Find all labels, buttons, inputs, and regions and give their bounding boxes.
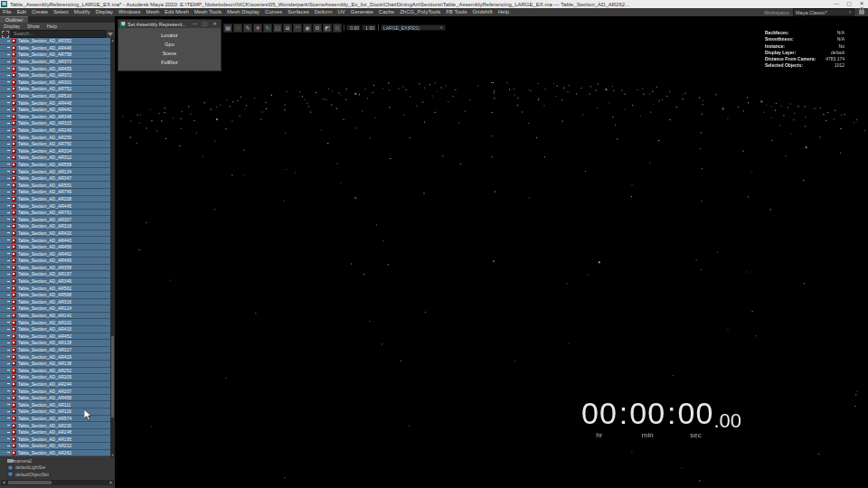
expander-icon[interactable] [7,370,10,371]
outliner-row-selected[interactable]: Table_Section_AD_AR204 [0,148,110,155]
menu-item[interactable]: ZhCG_PolyTools [397,8,443,16]
outliner-row-selected[interactable]: Table_Section_AD_AR212 [0,443,110,450]
history-icon[interactable]: ⚙ [313,23,322,33]
outliner-row-selected[interactable]: Table_Section_AD_AR318 [0,223,110,230]
outliner-row[interactable]: defaultObjectSet [0,471,115,478]
maximize-icon[interactable]: ▢ [201,20,209,28]
outliner-row-selected[interactable]: Table_Section_AD_AR316 [0,299,110,306]
paint-select-icon[interactable]: ✎ [243,23,252,33]
expander-icon[interactable] [7,432,10,433]
vertical-scroll-thumb[interactable] [111,336,114,418]
menu-item[interactable]: Help [495,8,512,16]
expander-icon[interactable] [7,54,10,55]
filter-icon[interactable] [108,33,113,36]
expander-icon[interactable] [7,247,10,248]
expander-icon[interactable] [7,350,10,351]
move-tool-icon[interactable]: ✚ [253,23,262,33]
expander-icon[interactable] [7,61,10,62]
expander-icon[interactable] [7,363,10,364]
expander-icon[interactable] [7,377,10,378]
representation-option[interactable]: Gpu [118,40,221,49]
outliner-row-selected[interactable]: Table_Section_AD_AR195 [0,436,110,443]
outliner-row-selected[interactable]: Table_Section_AD_AR138 [0,361,110,368]
outliner-row-selected[interactable]: Table_Section_AD_AR209 [0,374,110,381]
outliner-row-selected[interactable]: Table_Section_AD_AR456 [0,244,110,251]
outliner-row-selected[interactable]: Table_Section_AD_AR347 [0,175,110,183]
outliner-row-selected[interactable]: Table_Section_AD_AR433 [0,326,110,333]
snap-curve-icon[interactable]: ◠ [293,23,302,33]
minimize-icon[interactable]: — [830,0,843,8]
camera-settings-icon[interactable]: ⊙ [333,23,342,33]
expander-icon[interactable] [7,178,10,179]
outliner-row-selected[interactable]: Table_Section_AD_AR249 [0,127,110,135]
scroll-left-icon[interactable]: ◀ [1,480,6,485]
expander-icon[interactable] [7,150,10,151]
expander-icon[interactable] [7,41,10,42]
outliner-row[interactable]: defaultLightSet [0,465,115,472]
outliner-row-selected[interactable]: Table_Section_AD_AR315 [0,120,110,127]
outliner-row-selected[interactable]: Table_Section_AD_AR372 [0,72,110,80]
menu-item[interactable]: Display [92,8,116,16]
outliner-row-selected[interactable]: Table_Section_AD_AR128 [0,340,110,347]
outliner-row-selected[interactable]: Table_Section_AD_AR352 [0,38,110,45]
expander-icon[interactable] [7,157,10,158]
outliner-row-selected[interactable]: Table_Section_AD_AR358 [0,265,110,272]
isolate-select-icon[interactable]: ◩ [323,23,332,33]
expander-icon[interactable] [7,446,10,446]
expander-icon[interactable] [7,198,10,199]
vertical-scrollbar[interactable]: ▲ ▼ [110,38,115,457]
outliner-row-selected[interactable]: Table_Section_AD_AR262 [0,450,110,457]
outliner-row-selected[interactable]: Table_Section_AD_AR429 [0,353,110,361]
representation-option[interactable]: Locator [118,31,221,40]
expander-icon[interactable] [7,418,10,418]
expander-icon[interactable] [7,109,10,110]
exposure-field[interactable]: 0.00 [346,24,361,31]
outliner-menu-item[interactable]: Display [0,23,24,30]
snap-point-icon[interactable]: ◉ [303,23,312,33]
outliner-row-selected[interactable]: Table_Section_AD_AR134 [0,168,110,175]
search-input[interactable]: Search... [11,30,106,38]
expander-icon[interactable] [7,239,10,240]
expander-icon[interactable] [7,136,10,137]
expander-icon[interactable] [7,184,10,185]
expander-icon[interactable] [7,274,10,275]
outliner-row-selected[interactable]: Table_Section_AD_AR312 [0,155,110,162]
outliner-row-selected[interactable]: Table_Section_AD_AR459 [0,65,110,72]
scale-tool-icon[interactable]: ◱ [273,23,282,33]
outliner-menu-item[interactable]: Show [24,23,43,30]
expander-icon[interactable] [7,295,10,296]
minimize-icon[interactable]: — [191,20,199,28]
workspace-dropdown[interactable]: Maya Classic* ▼ [793,8,854,16]
menu-item[interactable]: Edit Mesh [162,8,192,16]
representation-dropdown[interactable]: LARGE_EX(RES) ▼ [381,24,446,31]
expander-icon[interactable] [7,212,10,213]
gamma-field[interactable]: 1.00 [362,24,376,31]
expander-icon[interactable] [7,329,10,330]
expander-icon[interactable] [7,253,10,254]
viewport[interactable]: M Set Assembly Represent... — ▢ ✕ Locato… [117,16,868,488]
outliner-row-selected[interactable]: Table_Section_AD_AR750 [0,141,110,148]
menu-item[interactable]: Windows [116,8,143,16]
outliner-row-selected[interactable]: Table_Section_AD_AR124 [0,305,110,313]
scroll-up-icon[interactable]: ▲ [110,38,115,42]
expander-icon[interactable] [7,425,10,426]
maximize-icon[interactable]: ▢ [843,0,855,8]
expander-icon[interactable] [7,96,10,97]
outliner-row-selected[interactable]: Table_Section_AD_AR562 [0,285,110,292]
outliner-row-selected[interactable]: Table_Section_AD_AR516 [0,93,110,100]
outliner-menu-item[interactable]: Help [43,23,61,30]
expander-icon[interactable] [7,260,10,261]
expander-icon[interactable] [7,390,10,391]
expander-icon[interactable] [7,411,10,412]
outliner-row-selected[interactable]: Table_Section_AD_AR574 [0,416,110,423]
outliner-row[interactable]: camera2 [0,457,115,465]
expander-icon[interactable] [7,164,10,164]
outliner-row-selected[interactable]: Table_Section_AD_AR445 [0,202,110,210]
menu-item[interactable]: Deform [312,8,335,16]
outliner-row-selected[interactable]: Table_Section_AD_AR252 [0,368,110,375]
expander-icon[interactable] [7,301,10,302]
menu-item[interactable]: Modify [71,8,93,16]
outliner-row-selected[interactable]: Table_Section_AD_AR558 [0,162,110,169]
menu-item[interactable]: Surfaces [285,8,312,16]
expander-icon[interactable] [7,171,10,172]
